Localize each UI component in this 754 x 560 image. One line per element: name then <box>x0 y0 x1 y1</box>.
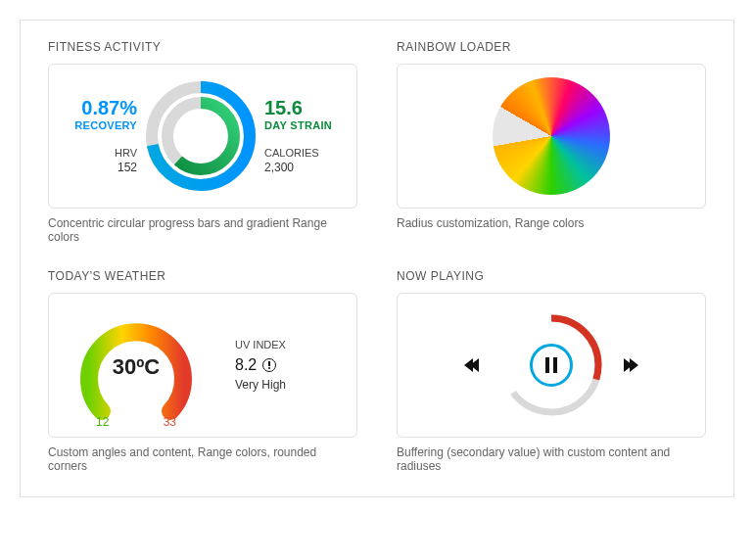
player-caption: Buffering (secondary value) with custom … <box>397 445 706 473</box>
dashboard-panel: FITNESS ACTIVITY 0.87% RECOVERY HRV 152 <box>20 20 734 497</box>
uv-label: UV INDEX <box>235 339 286 350</box>
weather-section: TODAY'S WEATHER <box>48 269 357 473</box>
weather-temp: 30ºC <box>63 354 210 380</box>
weather-caption: Custom angles and content, Range colors,… <box>48 445 357 473</box>
next-track-button[interactable] <box>627 358 638 372</box>
hrv-label: HRV <box>63 147 137 159</box>
fitness-card: 0.87% RECOVERY HRV 152 <box>48 64 357 209</box>
weather-card: 30ºC 12 33 UV INDEX 8.2 Very High <box>48 293 357 438</box>
player-progress-ring <box>497 311 605 419</box>
player-title: NOW PLAYING <box>397 269 706 283</box>
fitness-left-col: 0.87% RECOVERY HRV 152 <box>63 98 139 174</box>
recovery-label: RECOVERY <box>63 119 137 131</box>
fitness-title: FITNESS ACTIVITY <box>48 40 357 54</box>
strain-value: 15.6 <box>264 98 343 117</box>
uv-desc: Very High <box>235 378 286 392</box>
rainbow-pie-icon <box>493 77 610 195</box>
weather-gauge: 30ºC 12 33 <box>63 302 210 429</box>
uv-column: UV INDEX 8.2 Very High <box>235 339 286 392</box>
warning-icon <box>262 358 276 372</box>
rainbow-section: RAINBOW LOADER Radius customization, Ran… <box>397 40 706 244</box>
fitness-right-col: 15.6 DAY STRAIN CALORIES 2,300 <box>262 98 343 174</box>
player-card <box>397 293 706 438</box>
weather-high: 33 <box>164 415 176 429</box>
weather-title: TODAY'S WEATHER <box>48 269 357 283</box>
hrv-value: 152 <box>63 161 137 174</box>
uv-value-row: 8.2 <box>235 356 286 374</box>
player-section: NOW PLAYING Buffering <box>397 269 706 473</box>
previous-track-button[interactable] <box>464 358 476 372</box>
rainbow-card <box>397 64 706 209</box>
calories-label: CALORIES <box>264 147 343 159</box>
uv-value: 8.2 <box>235 356 257 374</box>
pause-icon <box>545 357 557 373</box>
weather-low: 12 <box>96 415 109 429</box>
rainbow-caption: Radius customization, Range colors <box>397 216 706 230</box>
recovery-value: 0.87% <box>63 98 137 117</box>
play-pause-button[interactable] <box>530 344 573 387</box>
calories-value: 2,300 <box>264 161 343 174</box>
fitness-caption: Concentric circular progress bars and gr… <box>48 216 357 244</box>
fitness-section: FITNESS ACTIVITY 0.87% RECOVERY HRV 152 <box>48 40 357 244</box>
fitness-donut-icon <box>142 77 259 195</box>
rainbow-title: RAINBOW LOADER <box>397 40 706 54</box>
dashboard-grid: FITNESS ACTIVITY 0.87% RECOVERY HRV 152 <box>48 40 706 473</box>
strain-label: DAY STRAIN <box>264 119 343 131</box>
